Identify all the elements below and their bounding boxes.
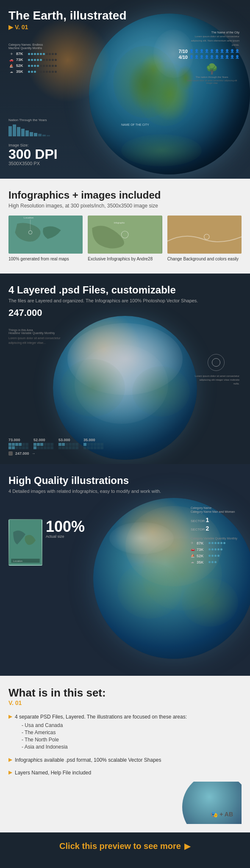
star xyxy=(223,542,225,544)
hero-stats-panel: Category Names: Endless Machine Quantity… xyxy=(8,43,57,76)
star xyxy=(208,555,211,557)
person-icon: 👤 xyxy=(200,49,204,53)
grid-cell xyxy=(19,446,22,449)
hq-plane-icon: ✈ xyxy=(191,541,197,545)
dot-empty xyxy=(55,71,57,73)
hq-stat-row-1: ✈ 87K xyxy=(191,541,237,545)
dot xyxy=(31,59,33,61)
dot xyxy=(37,65,39,67)
grid-cell xyxy=(65,446,68,449)
psd-grid-1 xyxy=(8,443,28,449)
hq-stat-val-2: 73K xyxy=(197,547,208,552)
stat-value-4: 35K xyxy=(16,69,28,74)
star xyxy=(208,542,211,544)
dot xyxy=(28,59,30,61)
logo-text: + AB xyxy=(219,811,233,818)
hq-sector1: SECTOR 1 xyxy=(191,517,237,523)
thumb-item-2: Infographic Exclusive Infographics by An… xyxy=(88,216,162,262)
dot-empty xyxy=(52,59,54,61)
hq-stat-row-4: ☁ 35K xyxy=(191,560,237,564)
grid-cell xyxy=(22,446,25,449)
dot-empty xyxy=(49,71,51,73)
star xyxy=(214,548,217,550)
psd-grid-2 xyxy=(33,443,53,449)
person-icon: 👤 xyxy=(194,55,199,59)
bar xyxy=(13,124,16,136)
bar-chart: Nation Through the Years xyxy=(8,118,50,136)
whatsin-bottom: 🎭 + AB xyxy=(8,782,242,824)
plane-icon: ✈ xyxy=(8,52,14,56)
grid-cell xyxy=(83,443,86,446)
dot xyxy=(31,53,33,55)
whatsin-title: What is in this set: xyxy=(8,686,242,699)
psd-stat-value-1: 73.000 xyxy=(8,438,28,442)
stat-dots-3 xyxy=(28,65,57,67)
person-icon: 👤 xyxy=(210,49,214,53)
dot-empty xyxy=(46,59,48,61)
psd-stat-4: 35.000 xyxy=(83,438,103,449)
whatsin-item-2: ▶ Infographics available .psd format, 10… xyxy=(8,756,242,764)
grid-cell xyxy=(72,446,75,449)
thumb-item-1: Location 100% generated from real maps xyxy=(8,216,83,262)
stat-row-2: 🚗 73K xyxy=(8,58,57,62)
svg-text:Infographic: Infographic xyxy=(114,222,125,224)
grid-cell xyxy=(8,443,11,446)
psd-right-text: Lorem ipsum dolor sit amet consectetur a… xyxy=(193,374,239,386)
star xyxy=(211,561,214,563)
nation-text: The nation through the Years xyxy=(184,76,239,78)
dot-empty xyxy=(49,53,51,55)
psd-stat-value-4: 35.000 xyxy=(83,438,103,442)
hero-section: The Earth, illustrated ▶ V. 01 NAME OF T… xyxy=(0,0,250,179)
dot-empty xyxy=(55,59,57,61)
grid-cell xyxy=(100,443,103,446)
infographics-title: Infographics + images included xyxy=(8,189,242,202)
hq-subtitle: 4 Detailed images with related infograph… xyxy=(8,489,242,494)
bar xyxy=(17,127,20,136)
thumbnails-row: Location 100% generated from real maps I… xyxy=(8,216,242,262)
hq-ship-icon: ⛵ xyxy=(191,554,197,558)
hq-stats-category-label: Category Variable Quantity Monthly xyxy=(191,537,237,540)
grid-cell xyxy=(72,443,75,446)
grid-cell xyxy=(94,446,97,449)
dot-empty xyxy=(46,71,48,73)
stat-value-2: 73K xyxy=(16,58,28,62)
psd-title: 4 Layered .psd Files, customizable xyxy=(8,284,242,296)
grid-cell xyxy=(12,446,15,449)
stat-row-3: ⛵ 52K xyxy=(8,64,57,68)
square-icon xyxy=(8,451,13,456)
person-icon: 👤 xyxy=(230,49,234,53)
star xyxy=(211,548,214,550)
stat-dots-4 xyxy=(28,71,57,73)
dot xyxy=(37,53,39,55)
ship-icon: ⛵ xyxy=(8,64,14,68)
person-icon: 👤 xyxy=(215,55,219,59)
svg-rect-8 xyxy=(167,216,242,254)
grid-cell xyxy=(37,443,40,446)
dot xyxy=(34,53,36,55)
hq-percent-block: 100% Actual size xyxy=(46,519,85,539)
dot-empty xyxy=(52,53,54,55)
right-info-panel: The Name of the City Lorem ipsum dolor s… xyxy=(184,30,239,85)
cta-section[interactable]: Click this preview to see more ▶ xyxy=(0,832,250,860)
psd-stat-1: 73.000 xyxy=(8,438,28,449)
star xyxy=(208,561,211,563)
grid-cell xyxy=(65,443,68,446)
dot-empty xyxy=(43,65,45,67)
hq-cat-label-1: Category Name xyxy=(191,506,237,509)
psd-left-panel: Things in this AreaHeadline Variable Qua… xyxy=(8,329,64,345)
thumb-caption-2: Exclusive Infographics by Andre28 xyxy=(88,256,162,262)
arrow-icon: → xyxy=(32,451,36,456)
grid-cell xyxy=(33,443,36,446)
grid-cell xyxy=(15,443,18,446)
psd-subtitle: The files are Layered and organized. The… xyxy=(8,298,242,303)
person-icon: 👤 xyxy=(235,55,239,59)
hq-cat-label-2: Category Name Man and Woman xyxy=(191,510,237,513)
hq-stars-3 xyxy=(208,555,219,557)
hq-stat-row-3: ⛵ 52K xyxy=(191,554,237,558)
compass-icon xyxy=(208,354,225,371)
grid-cell xyxy=(90,446,93,449)
grid-cell xyxy=(37,446,40,449)
psd-stat-3: 53.000 xyxy=(58,438,78,449)
grid-cell xyxy=(94,443,97,446)
person-icon: 👤 xyxy=(200,55,204,59)
